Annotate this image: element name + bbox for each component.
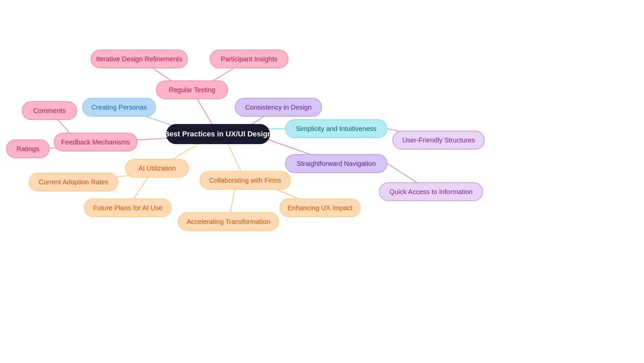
node-ratings[interactable]: Ratings: [6, 139, 50, 158]
node-quick-access-info[interactable]: Quick Access to Information: [379, 182, 483, 201]
node-creating-personas[interactable]: Creating Personas: [82, 98, 156, 117]
node-current-adoption-rates[interactable]: Current Adoption Rates: [29, 173, 118, 191]
node-future-plans-ai[interactable]: Future Plans for AI Use: [84, 198, 172, 217]
node-iterative-design[interactable]: Iterative Design Refinements: [91, 50, 188, 68]
node-simplicity-intuitiveness[interactable]: Simplicity and Intuitiveness: [285, 119, 387, 138]
node-straightforward-navigation[interactable]: Straightforward Navigation: [285, 154, 387, 173]
node-ai-utilization[interactable]: AI Utilization: [125, 159, 189, 178]
node-participant-insights[interactable]: Participant Insights: [210, 50, 288, 68]
node-accelerating-transformation[interactable]: Accelerating Transformation: [178, 212, 279, 231]
node-user-friendly-structures[interactable]: User-Friendly Structures: [392, 131, 485, 149]
center-node[interactable]: Best Practices in UX/UI Design: [166, 124, 270, 144]
node-enhancing-ux-impact[interactable]: Enhancing UX Impact: [279, 198, 361, 217]
node-collaborating-firms[interactable]: Collaborating with Firms: [200, 171, 291, 190]
node-regular-testing[interactable]: Regular Testing: [156, 80, 228, 99]
node-consistency-in-design[interactable]: Consistency in Design: [235, 98, 322, 117]
node-comments[interactable]: Comments: [22, 101, 77, 120]
node-feedback-mechanisms[interactable]: Feedback Mechanisms: [54, 133, 138, 152]
